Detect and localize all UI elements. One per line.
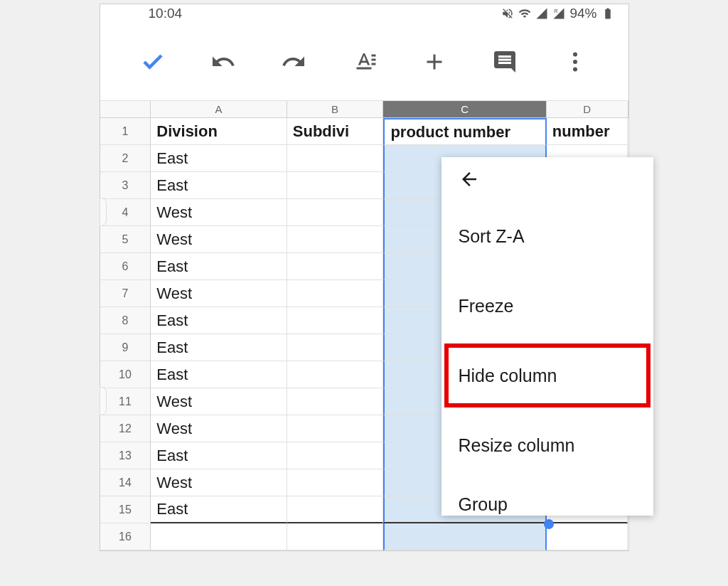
row-number[interactable]: 9 xyxy=(100,334,151,361)
row-number[interactable]: 14 xyxy=(100,469,151,496)
cell[interactable]: East xyxy=(151,442,287,469)
sheet-tab-notch[interactable] xyxy=(100,198,107,226)
cell[interactable]: West xyxy=(151,226,287,253)
svg-point-4 xyxy=(573,52,577,56)
cell[interactable]: West xyxy=(151,199,287,226)
mute-icon xyxy=(501,7,514,20)
menu-resize-column[interactable]: Resize column xyxy=(441,410,653,480)
cell[interactable] xyxy=(287,469,384,496)
cell-a1[interactable]: Division xyxy=(151,118,287,145)
undo-button[interactable] xyxy=(208,46,239,78)
cell-d1[interactable]: number xyxy=(547,118,628,145)
cell[interactable]: East xyxy=(151,334,287,361)
col-header-c[interactable]: C xyxy=(383,101,546,118)
menu-sort-za[interactable]: Sort Z-A xyxy=(441,201,653,271)
row-number[interactable]: 1 xyxy=(100,118,151,145)
cell[interactable]: West xyxy=(151,280,287,307)
menu-hide-column[interactable]: Hide column xyxy=(441,341,653,410)
column-headers: A B C D xyxy=(100,101,628,118)
text-format-button[interactable] xyxy=(348,46,380,78)
cell[interactable] xyxy=(287,415,384,442)
menu-back-button[interactable] xyxy=(441,157,653,201)
confirm-button[interactable] xyxy=(137,46,168,78)
wifi-icon xyxy=(518,7,531,20)
svg-text:R: R xyxy=(555,8,559,14)
more-button[interactable] xyxy=(560,46,591,78)
cell[interactable]: East xyxy=(151,361,287,388)
battery-percent: 94% xyxy=(569,6,596,21)
cell[interactable]: West xyxy=(151,415,287,442)
cell[interactable]: East xyxy=(151,172,287,199)
cell-c1[interactable]: product number xyxy=(383,118,546,145)
row-number[interactable]: 7 xyxy=(100,280,151,307)
toolbar xyxy=(100,23,628,101)
cell[interactable] xyxy=(287,496,384,523)
signal-icon-1 xyxy=(535,7,548,20)
col-header-a[interactable]: A xyxy=(151,101,287,118)
add-button[interactable] xyxy=(419,46,450,78)
cell[interactable] xyxy=(287,280,384,307)
col-header-b[interactable]: B xyxy=(287,101,384,118)
cell[interactable]: West xyxy=(151,388,287,415)
row-number[interactable]: 16 xyxy=(100,523,151,550)
row-number[interactable]: 4 xyxy=(100,199,151,226)
row-number[interactable]: 6 xyxy=(100,253,151,280)
cell[interactable] xyxy=(287,253,384,280)
row-number[interactable]: 10 xyxy=(100,361,151,388)
selection-handle-icon[interactable] xyxy=(544,519,554,529)
cell[interactable] xyxy=(287,442,384,469)
cell[interactable] xyxy=(287,361,384,388)
cell[interactable]: West xyxy=(151,469,287,496)
cell[interactable]: East xyxy=(151,496,287,523)
svg-rect-3 xyxy=(372,63,376,65)
col-header-d[interactable]: D xyxy=(547,101,628,118)
svg-rect-1 xyxy=(372,54,376,56)
battery-icon xyxy=(601,7,614,20)
row-number[interactable]: 5 xyxy=(100,226,151,253)
cell[interactable] xyxy=(287,334,384,361)
cell[interactable]: East xyxy=(151,145,287,172)
row-number[interactable]: 11 xyxy=(100,388,151,415)
menu-group[interactable]: Group xyxy=(441,480,653,516)
cell[interactable] xyxy=(287,172,384,199)
table-row: 1 Division Subdivi product number number xyxy=(100,118,628,145)
sheet-tab-notch[interactable] xyxy=(100,387,107,415)
row-number[interactable]: 12 xyxy=(100,415,151,442)
menu-freeze[interactable]: Freeze xyxy=(441,271,653,341)
cell-b1[interactable]: Subdivi xyxy=(287,118,384,145)
context-menu: Sort Z-A Freeze Hide column Resize colum… xyxy=(441,157,653,516)
cell[interactable] xyxy=(287,523,384,550)
status-time: 10:04 xyxy=(114,6,183,21)
cell[interactable]: East xyxy=(151,307,287,334)
row-number[interactable]: 8 xyxy=(100,307,151,334)
cell[interactable] xyxy=(287,307,384,334)
cell[interactable]: East xyxy=(151,253,287,280)
row-number[interactable]: 13 xyxy=(100,442,151,469)
status-bar: 10:04 R 94% xyxy=(100,4,628,23)
svg-point-5 xyxy=(573,60,577,64)
corner-cell[interactable] xyxy=(100,101,151,118)
cell[interactable] xyxy=(287,199,384,226)
cell[interactable] xyxy=(287,226,384,253)
back-arrow-icon xyxy=(459,169,480,190)
device-frame: 10:04 R 94% xyxy=(100,4,629,551)
redo-button[interactable] xyxy=(278,46,309,78)
row-number[interactable]: 3 xyxy=(100,172,151,199)
cell[interactable] xyxy=(287,145,384,172)
cell[interactable] xyxy=(151,523,287,550)
signal-icon-2: R xyxy=(552,7,565,20)
row-number[interactable]: 15 xyxy=(100,496,151,523)
row-number[interactable]: 2 xyxy=(100,145,151,172)
svg-rect-2 xyxy=(372,58,376,60)
cell[interactable] xyxy=(383,523,546,550)
svg-point-6 xyxy=(573,67,577,71)
cell[interactable] xyxy=(547,523,628,550)
cell[interactable] xyxy=(287,388,384,415)
comment-button[interactable] xyxy=(489,46,520,78)
status-icons: R 94% xyxy=(501,6,614,21)
